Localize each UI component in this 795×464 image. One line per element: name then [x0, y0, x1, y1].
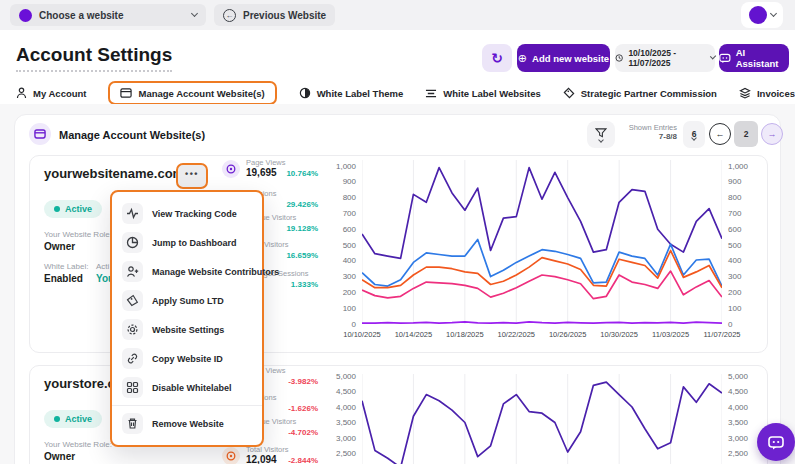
chart-plot — [362, 158, 722, 328]
y-tick: 4,000 — [336, 403, 356, 412]
y-axis-right: 2,0002,5003,0003,5004,0004,5005,000 — [722, 372, 756, 464]
plan-label: Acti — [96, 262, 109, 271]
layers-icon — [739, 87, 751, 99]
menu-item-view-tracking-code[interactable]: View Tracking Code — [112, 199, 262, 228]
y-tick: 500 — [343, 241, 356, 250]
tab-white-label-theme[interactable]: White Label Theme — [299, 87, 404, 99]
page-title: Account Settings — [16, 44, 172, 72]
status-label: Active — [65, 204, 92, 214]
x-tick: 10/22/2025 — [498, 330, 536, 339]
browser-icon — [120, 87, 132, 99]
y-tick: 3,000 — [728, 434, 748, 443]
choose-website-label: Choose a website — [39, 10, 123, 21]
website-actions-button[interactable]: ••• — [176, 163, 208, 189]
y-tick: 100 — [343, 304, 356, 313]
tab-label: Manage Account Website(s) — [138, 88, 264, 99]
tab-white-label-websites[interactable]: White Label Websites — [425, 88, 540, 99]
y-tick: 0 — [352, 320, 356, 329]
status-badge: Active — [44, 410, 102, 428]
refresh-button[interactable]: ↻ — [482, 44, 512, 72]
x-axis: 10/10/202510/14/202510/18/202510/22/2025… — [330, 330, 766, 342]
y-tick: 2,500 — [728, 449, 748, 458]
role-value: Owner — [44, 451, 75, 462]
y-axis-left: 01002003004005006007008009001,000 — [330, 158, 362, 328]
x-tick: 10/10/2025 — [343, 330, 381, 339]
y-tick: 200 — [343, 288, 356, 297]
menu-divider — [112, 405, 262, 406]
x-tick: 10/18/2025 — [446, 330, 484, 339]
status-dot-icon — [54, 206, 60, 212]
page-views-icon — [222, 160, 240, 178]
current-page[interactable]: 2 — [734, 121, 758, 147]
y-tick: 1,000 — [336, 162, 356, 171]
tag-icon — [122, 290, 143, 311]
tab-label: My Account — [33, 88, 86, 99]
y-tick: 1,000 — [728, 162, 748, 171]
tab-invoices[interactable]: Invoices — [739, 87, 795, 99]
menu-item-apply-sumo-ltd[interactable]: Apply Sumo LTD — [112, 286, 262, 315]
person-icon — [16, 87, 27, 99]
y-tick: 900 — [728, 177, 741, 186]
clock-icon — [615, 53, 623, 63]
y-tick: 2,500 — [336, 449, 356, 458]
date-range-picker[interactable]: 10/10/2025 - 11/07/2025 — [615, 44, 715, 72]
role-label: Your Website Role: — [44, 230, 112, 239]
activity-icon — [122, 203, 143, 224]
chat-icon — [767, 434, 785, 451]
website-logo-icon — [19, 9, 32, 22]
y-axis-left: 2,0002,5003,0003,5004,0004,5005,000 — [330, 372, 362, 464]
tab-strategic-partner-commission[interactable]: Strategic Partner Commission — [563, 87, 717, 99]
stat-change: 29.426% — [286, 200, 318, 209]
pagination: ← 2 → — [709, 121, 783, 147]
white-label-value: Enabled — [44, 273, 83, 284]
arrow-left-circle-icon: ← — [223, 9, 236, 22]
menu-item-remove-website[interactable]: Remove Website — [112, 409, 262, 438]
menu-item-website-settings[interactable]: Website Settings — [112, 315, 262, 344]
filter-button[interactable] — [587, 121, 615, 148]
y-tick: 300 — [343, 272, 356, 281]
stat-change: 10.764% — [286, 169, 318, 178]
status-label: Active — [65, 414, 92, 424]
tab-manage-account-websites[interactable]: Manage Account Website(s) — [108, 81, 276, 105]
x-tick: 10/14/2025 — [395, 330, 433, 339]
menu-item-disable-whitelabel[interactable]: Disable Whitelabel — [112, 373, 262, 402]
chevron-down-icon — [769, 10, 776, 17]
stat-change: 1.333% — [291, 280, 318, 289]
menu-item-copy-website-id[interactable]: Copy Website ID — [112, 344, 262, 373]
previous-website-button[interactable]: ← Previous Website — [214, 4, 335, 26]
list-lines-icon — [425, 88, 437, 99]
y-tick: 800 — [728, 193, 741, 202]
tab-label: White Label Websites — [443, 88, 540, 99]
trash-icon — [122, 413, 143, 434]
menu-item-manage-website-contributors[interactable]: Manage Website Contributors — [112, 257, 262, 286]
shown-entries-value: 7-8/8 — [619, 132, 677, 141]
total-visitors-icon — [222, 447, 240, 464]
stat-change: -4.702% — [288, 428, 318, 437]
stat-change: 16.659% — [286, 251, 318, 260]
previous-page-button[interactable]: ← — [709, 123, 731, 145]
topbar: Choose a website ← Previous Website — [0, 0, 795, 30]
avatar — [749, 6, 767, 24]
shown-entries-label: Shown Entries — [619, 123, 677, 132]
choose-website-dropdown[interactable]: Choose a website — [10, 4, 206, 26]
add-new-website-label: Add new website — [532, 53, 609, 64]
y-tick: 5,000 — [336, 372, 356, 381]
y-tick: 100 — [728, 304, 741, 313]
ai-assistant-button[interactable]: AI Assistant — [719, 44, 789, 72]
page-size-select[interactable]: 6 — [683, 121, 705, 148]
chevron-down-icon — [598, 137, 604, 143]
y-tick: 600 — [728, 225, 741, 234]
user-avatar-menu[interactable] — [741, 2, 783, 28]
stat-page-views: Page Views 19,695 10.764% — [220, 158, 320, 184]
contrast-icon — [299, 87, 311, 99]
y-tick: 3,500 — [336, 418, 356, 427]
tab-my-account[interactable]: My Account — [16, 87, 86, 99]
y-tick: 3,000 — [336, 434, 356, 443]
refresh-icon: ↻ — [491, 50, 503, 66]
next-page-button[interactable]: → — [761, 123, 783, 145]
link-icon — [122, 348, 143, 369]
chat-widget-button[interactable] — [757, 423, 795, 461]
menu-item-jump-to-dashboard[interactable]: Jump to Dashboard — [112, 228, 262, 257]
previous-website-label: Previous Website — [243, 10, 326, 21]
add-new-website-button[interactable]: ⊕ Add new website — [517, 44, 610, 72]
